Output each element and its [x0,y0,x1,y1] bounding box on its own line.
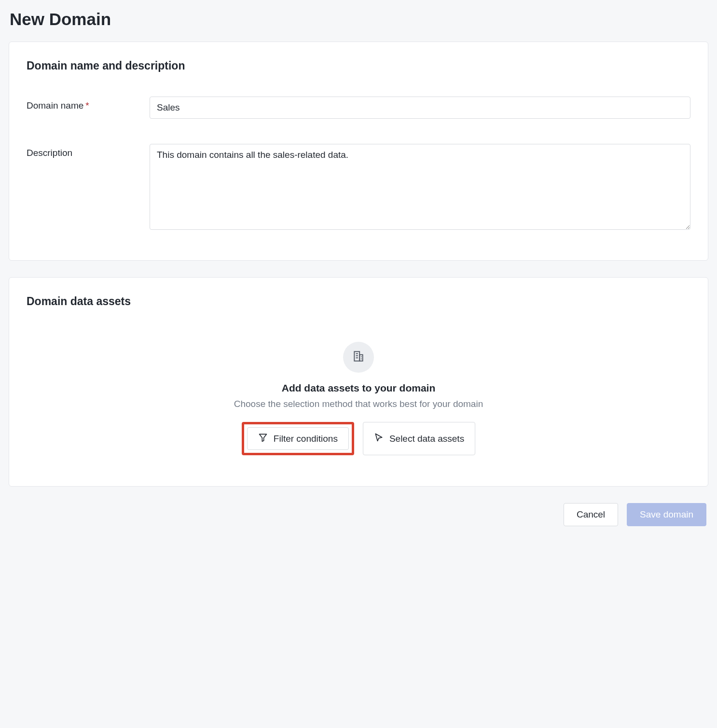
required-star: * [85,100,89,111]
cursor-icon [374,433,384,445]
page-title: New Domain [10,10,708,29]
save-domain-button[interactable]: Save domain [627,503,706,526]
filter-icon [258,433,268,445]
svg-rect-1 [359,354,363,361]
filter-conditions-button[interactable]: Filter conditions [247,427,349,450]
cancel-button[interactable]: Cancel [564,503,618,526]
domain-name-input[interactable] [150,97,690,119]
assets-empty-title: Add data assets to your domain [27,382,690,394]
domain-name-description-card: Domain name and description Domain name*… [9,42,708,261]
filter-conditions-label: Filter conditions [274,434,338,444]
assets-empty-state: Add data assets to your domain Choose th… [27,342,690,455]
domain-name-label: Domain name* [27,97,150,111]
assets-buttons-row: Filter conditions Select data assets [27,422,690,455]
domain-data-assets-card: Domain data assets Add data assets to yo… [9,277,708,487]
page-actions: Cancel Save domain [9,503,708,526]
svg-marker-7 [259,434,266,441]
section-heading-name-desc: Domain name and description [27,59,690,72]
svg-rect-0 [354,351,359,361]
filter-conditions-highlight: Filter conditions [242,422,354,455]
description-label: Description [27,144,150,158]
description-textarea[interactable] [150,144,690,230]
select-data-assets-label: Select data assets [389,434,464,444]
select-data-assets-button[interactable]: Select data assets [363,422,475,455]
svg-marker-8 [375,434,382,441]
assets-empty-subtitle: Choose the selection method that works b… [27,399,690,409]
description-row: Description [27,144,690,232]
section-heading-assets: Domain data assets [27,295,690,308]
assets-empty-icon-circle [343,342,374,373]
domain-name-row: Domain name* [27,97,690,119]
building-icon [352,350,365,365]
